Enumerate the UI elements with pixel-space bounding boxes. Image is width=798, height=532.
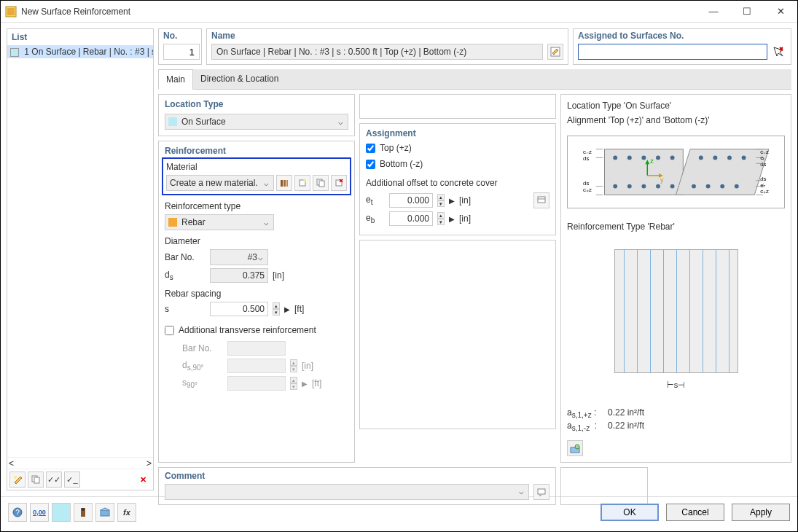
svg-point-24 — [641, 155, 646, 160]
list-item-label: 1 On Surface | Rebar | No. : #3 | s : 0.… — [24, 47, 153, 57]
svg-text:ds: ds — [583, 180, 589, 187]
comment-select[interactable] — [165, 484, 529, 500]
app-icon — [5, 6, 17, 17]
new-material-button[interactable] — [294, 175, 310, 191]
view-button[interactable] — [95, 503, 114, 522]
svg-point-25 — [656, 155, 660, 160]
check-button[interactable]: ✓✓ — [46, 472, 62, 488]
copy-material-button[interactable] — [313, 175, 329, 191]
svg-rect-14 — [319, 181, 324, 187]
uncheck-button[interactable]: ✓_ — [64, 472, 80, 488]
tab-main[interactable]: Main — [158, 69, 193, 90]
maximize-button[interactable]: ☐ — [730, 1, 764, 23]
list-horizontal-scroll[interactable]: <> — [7, 457, 153, 469]
svg-rect-66 — [538, 489, 545, 494]
svg-point-35 — [742, 155, 746, 160]
ds-unit: [in] — [273, 270, 284, 281]
minimize-button[interactable]: — — [697, 1, 730, 23]
comment-button[interactable] — [533, 484, 549, 500]
t-bar-no-value — [227, 341, 286, 356]
reinforcement-type-select[interactable]: Rebar — [165, 214, 274, 230]
bar-no-label: Bar No. — [165, 252, 206, 262]
svg-point-32 — [699, 155, 703, 160]
t-bar-no-label: Bar No. — [182, 343, 223, 353]
assigned-field[interactable] — [578, 44, 767, 60]
s-label: s — [165, 304, 206, 314]
assignment-group: Assignment Top (+z) Bottom (-z) Addition… — [359, 123, 556, 235]
units-button[interactable]: 0,00 — [30, 503, 49, 522]
copy-button[interactable] — [28, 472, 44, 488]
bottom-checkbox[interactable] — [366, 160, 375, 169]
svg-point-22 — [613, 155, 617, 160]
spacer-group — [359, 94, 556, 119]
box-button[interactable] — [52, 503, 71, 522]
ds-label: ds — [165, 270, 206, 281]
reinforcement-title: Reinforcement — [165, 146, 348, 156]
help-button[interactable]: ? — [8, 503, 27, 522]
titlebar: New Surface Reinforcement — ☐ ✕ — [1, 1, 797, 23]
cancel-button[interactable]: Cancel — [666, 504, 724, 521]
svg-rect-1 — [7, 8, 15, 15]
material-label: Material — [166, 162, 347, 172]
svg-text:c₊z: c₊z — [760, 188, 769, 195]
et-value[interactable]: 0.000 — [389, 193, 433, 208]
window-title: New Surface Reinforcement — [21, 7, 697, 17]
bar-no-select[interactable]: #3 — [210, 249, 268, 265]
s-value[interactable]: 0.500 — [210, 302, 268, 316]
no-field[interactable] — [163, 44, 200, 60]
svg-text:ds: ds — [583, 155, 589, 162]
delete-material-button[interactable] — [331, 175, 347, 191]
eb-unit: [in] — [459, 214, 471, 224]
name-field: On Surface | Rebar | No. : #3 | s : 0.50… — [211, 44, 543, 60]
alignment-text: Alignment 'Top (+z)' and 'Bottom (-z)' — [567, 115, 785, 125]
eb-label: eb — [366, 213, 385, 224]
apply-to-button[interactable] — [74, 503, 93, 522]
location-type-title: Location Type — [165, 99, 348, 109]
edit-name-button[interactable] — [547, 44, 563, 60]
library-button[interactable] — [276, 175, 292, 191]
spacing-label: Rebar spacing — [165, 289, 348, 299]
svg-text:e♭: e♭ — [760, 182, 766, 189]
et-label: et — [366, 195, 385, 206]
empty-comment-side — [560, 467, 648, 505]
eb-spinner[interactable]: ▴▾ — [437, 212, 445, 225]
pick-surfaces-button[interactable] — [770, 44, 786, 60]
s-spinner[interactable]: ▴▾ — [273, 302, 280, 316]
svg-point-36 — [692, 184, 696, 189]
list-item[interactable]: 1 On Surface | Rebar | No. : #3 | s : 0.… — [7, 45, 153, 58]
diagram-settings-button[interactable] — [567, 440, 583, 456]
reinforcement-group: Reinforcement Material Create a new mate… — [158, 141, 355, 463]
apply-button[interactable]: Apply — [732, 504, 790, 521]
svg-point-2 — [14, 476, 17, 479]
svg-point-38 — [720, 184, 724, 189]
tab-direction[interactable]: Direction & Location — [193, 69, 286, 89]
svg-text:?: ? — [15, 509, 20, 517]
svg-point-31 — [670, 184, 675, 189]
comment-title: Comment — [165, 471, 549, 481]
ok-button[interactable]: OK — [601, 504, 659, 521]
offset-settings-button[interactable] — [533, 192, 549, 208]
svg-text:c₋z: c₋z — [583, 149, 592, 155]
location-type-select[interactable]: On Surface — [165, 114, 348, 130]
close-button[interactable]: ✕ — [764, 1, 797, 23]
transverse-checkbox[interactable] — [165, 326, 174, 335]
delete-button[interactable]: ✕ — [135, 472, 151, 488]
new-button[interactable] — [9, 472, 26, 488]
et-spinner[interactable]: ▴▾ — [437, 194, 445, 207]
eb-value[interactable]: 0.000 — [389, 211, 433, 226]
empty-group — [359, 240, 556, 429]
diameter-label: Diameter — [165, 236, 348, 246]
function-button[interactable]: fx — [117, 503, 136, 522]
top-checkbox[interactable] — [366, 144, 375, 153]
svg-text:ds: ds — [760, 161, 766, 168]
svg-rect-10 — [286, 180, 288, 187]
svg-text:c₊z: c₊z — [583, 187, 592, 193]
assignment-title: Assignment — [366, 128, 549, 138]
svg-point-29 — [641, 184, 646, 189]
material-select[interactable]: Create a new material. — [166, 175, 274, 191]
svg-rect-8 — [281, 180, 283, 187]
list-panel: List 1 On Surface | Rebar | No. : #3 | s… — [7, 28, 154, 490]
svg-point-34 — [727, 155, 732, 160]
svg-point-26 — [670, 155, 675, 160]
diagram-panel: Location Type 'On Surface' Alignment 'To… — [560, 94, 791, 463]
